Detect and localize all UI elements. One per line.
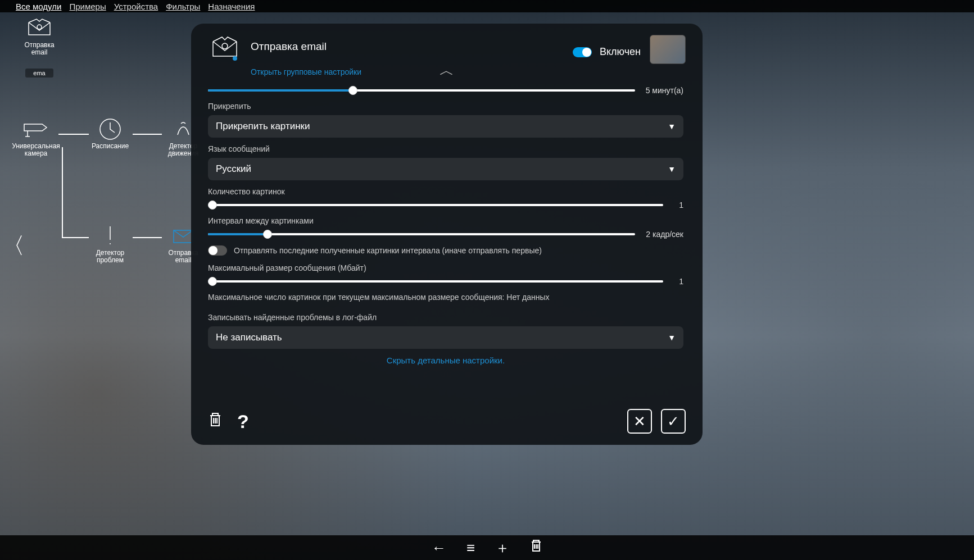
language-value: Русский xyxy=(216,163,251,175)
attach-label: Прикрепить xyxy=(208,102,683,111)
settings-panel: Отправка email Открыть групповые настрой… xyxy=(191,24,703,445)
nav-examples[interactable]: Примеры xyxy=(69,2,106,11)
enabled-label: Включен xyxy=(600,46,641,58)
maxsize-value: 1 xyxy=(672,277,683,286)
back-arrow-icon[interactable]: ← xyxy=(432,539,446,557)
interval-value: 2 кадр/сек xyxy=(644,230,683,239)
node-label: Отправка email xyxy=(17,42,62,56)
panel-title: Отправка email xyxy=(251,40,564,53)
bottom-toolbar: ← ≡ ＋ xyxy=(0,535,974,560)
clock-icon xyxy=(98,117,123,142)
help-button[interactable]: ? xyxy=(237,411,249,432)
preview-thumbnail[interactable] xyxy=(650,35,686,64)
attach-value: Прикрепить картинки xyxy=(216,121,310,132)
svg-point-0 xyxy=(37,25,42,29)
chevron-down-icon: ▼ xyxy=(668,333,676,342)
maxsize-slider[interactable] xyxy=(208,280,663,283)
lastframes-toggle[interactable] xyxy=(208,245,227,256)
count-value: 1 xyxy=(672,201,683,210)
count-slider[interactable] xyxy=(208,204,663,206)
node-label: Расписание xyxy=(92,143,129,150)
node-email-send-top[interactable]: Отправка email xyxy=(17,16,62,78)
attach-select[interactable]: Прикрепить картинки ▼ xyxy=(208,115,683,138)
nav-filters[interactable]: Фильтры xyxy=(166,2,200,11)
language-label: Язык сообщений xyxy=(208,144,683,153)
node-camera[interactable]: Универсальная камера xyxy=(13,117,58,157)
back-chevron[interactable]: 〈 xyxy=(2,230,25,261)
interval-label: Интервал между картинками xyxy=(208,216,683,225)
top-nav: Все модули Примеры Устройства Фильтры На… xyxy=(0,0,974,12)
form-body: 5 минут(а) Прикрепить Прикрепить картинк… xyxy=(208,86,686,402)
log-select[interactable]: Не записывать ▼ xyxy=(208,326,683,349)
delete-button[interactable] xyxy=(208,411,223,432)
panel-footer: ? ✕ ✓ xyxy=(208,402,686,434)
nav-assignments[interactable]: Назначения xyxy=(208,2,255,11)
confirm-button[interactable]: ✓ xyxy=(661,409,686,434)
collapse-chevron[interactable]: ︿ xyxy=(208,61,686,80)
log-label: Записывать найденные проблемы в лог-файл xyxy=(208,313,683,322)
log-value: Не записывать xyxy=(216,332,282,343)
interval-slider[interactable] xyxy=(208,233,635,235)
lastframes-label: Отправлять последние полученные картинки… xyxy=(234,246,542,255)
enabled-toggle[interactable] xyxy=(573,47,592,57)
nav-devices[interactable]: Устройства xyxy=(114,2,158,11)
chevron-down-icon: ▼ xyxy=(668,165,676,174)
svg-point-3 xyxy=(222,43,228,49)
alert-icon xyxy=(102,224,119,248)
chevron-down-icon: ▼ xyxy=(668,122,676,131)
node-schedule[interactable]: Расписание xyxy=(88,117,133,150)
hide-details-link[interactable]: Скрыть детальные настройки. xyxy=(208,356,683,365)
cancel-button[interactable]: ✕ xyxy=(627,409,652,434)
node-problems[interactable]: Детектор проблем xyxy=(88,224,133,264)
maxsize-label: Максимальный размер сообщения (Мбайт) xyxy=(208,263,683,272)
menu-icon[interactable]: ≡ xyxy=(466,539,475,557)
add-icon[interactable]: ＋ xyxy=(495,538,510,558)
camera-icon xyxy=(22,117,50,142)
max-pics-info: Максимальное число картинок при текущем … xyxy=(208,293,683,302)
duration-value: 5 минут(а) xyxy=(644,86,683,95)
count-label: Количество картинок xyxy=(208,187,683,196)
node-label: Универсальная камера xyxy=(12,143,60,157)
panel-icon xyxy=(208,35,242,60)
email-icon xyxy=(26,16,52,40)
trash-icon[interactable] xyxy=(530,539,542,557)
node-label: Детектор проблем xyxy=(88,249,133,264)
language-select[interactable]: Русский ▼ xyxy=(208,158,683,180)
duration-slider[interactable] xyxy=(208,89,635,92)
node-email-input[interactable] xyxy=(25,69,53,78)
nav-all-modules[interactable]: Все модули xyxy=(16,2,61,11)
